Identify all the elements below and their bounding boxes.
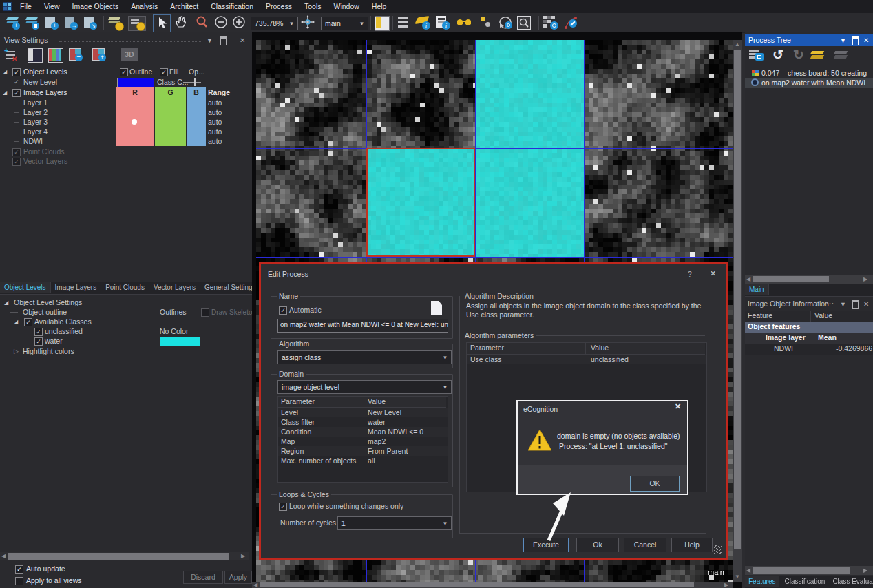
viewer-hscrollbar[interactable]: ◀ ▶ (252, 582, 733, 588)
rgb-layer-view-icon[interactable] (48, 48, 63, 63)
more-options-icon[interactable]: ··· (826, 300, 834, 306)
zoom-in-icon[interactable] (231, 14, 248, 31)
tab-general-settings[interactable]: General Settings (200, 282, 252, 293)
viewer-vscrollbar[interactable]: ▲ ▼ (733, 40, 742, 582)
range-value[interactable]: auto (208, 98, 222, 108)
range-value[interactable]: auto (208, 127, 222, 137)
feature-group-row[interactable]: Object features (745, 322, 873, 333)
chevron-down-icon[interactable]: ▼ (440, 518, 450, 529)
object-levels-checkbox[interactable]: ✓ (12, 68, 21, 76)
class-legend-icon[interactable] (456, 15, 474, 30)
image-info-icon[interactable]: i (416, 15, 432, 30)
scroll-down-icon[interactable]: ▼ (735, 574, 740, 580)
tab-classification[interactable]: Classification (779, 576, 830, 587)
menu-file[interactable]: File (14, 0, 38, 13)
map-select-combo[interactable]: main ▼ (321, 17, 368, 30)
scroll-right-icon[interactable]: ▶ (241, 553, 245, 560)
apply-all-views-checkbox[interactable] (15, 577, 23, 585)
scroll-right-icon[interactable]: ▶ (724, 582, 728, 588)
range-value[interactable]: auto (208, 107, 222, 118)
domain-row[interactable]: Condition Mean NDWI <= 0 (278, 427, 448, 437)
level-panel-hscrollbar[interactable]: ◀ ▶ (0, 552, 249, 560)
value-column-header[interactable]: Value (814, 311, 832, 319)
b-cell[interactable] (187, 107, 206, 118)
window-layout-icon[interactable] (375, 16, 390, 31)
single-layer-view-icon[interactable] (28, 48, 43, 63)
open-workspace-icon[interactable]: → (63, 16, 78, 30)
scroll-left-icon[interactable]: ◀ (746, 567, 750, 574)
process-tree-hscrollbar[interactable]: ◀ ▶ (745, 275, 873, 284)
process-name-input[interactable]: on map2 water with Mean NDWI <= 0 at New… (277, 319, 448, 333)
cycles-dropdown[interactable]: 1 ▼ (337, 516, 452, 530)
chevron-down-icon[interactable]: ▼ (840, 301, 846, 308)
new-workspace-icon[interactable]: + (44, 16, 59, 30)
tree-label[interactable]: Object Level Settings (14, 297, 82, 308)
b-cell[interactable] (187, 127, 206, 137)
chevron-down-icon[interactable]: ▼ (207, 37, 213, 44)
samples-icon[interactable] (478, 15, 493, 30)
vector-layers-checkbox[interactable]: ✓ (12, 158, 21, 166)
auto-update-checkbox[interactable]: ✓ (15, 565, 23, 574)
param-row[interactable]: Use class unclassified (467, 355, 706, 364)
pan-navigate-icon[interactable] (300, 14, 317, 31)
object-info-icon[interactable]: i (435, 15, 452, 30)
view-3d-button[interactable]: 3D (121, 48, 138, 61)
opacity-slider[interactable] (183, 82, 201, 83)
tree-label[interactable]: Object outline (23, 307, 67, 317)
domain-row[interactable]: Level New Level (278, 408, 448, 417)
point-clouds-checkbox[interactable]: ✓ (12, 148, 21, 156)
b-cell[interactable] (187, 136, 206, 146)
feature-column-header[interactable]: Feature (748, 311, 772, 319)
object-info-hscrollbar[interactable]: ◀ ▶ (745, 566, 873, 575)
feature-row[interactable]: NDWI -0.4269866 (745, 344, 873, 355)
cancel-button[interactable]: Cancel (624, 538, 666, 552)
pin-icon[interactable] (220, 36, 227, 47)
g-cell[interactable] (155, 136, 186, 146)
scroll-right-icon[interactable]: ▶ (863, 276, 867, 283)
menu-classification[interactable]: Classification (204, 0, 260, 13)
menu-process[interactable]: Process (260, 0, 298, 13)
domain-row[interactable]: Class filter water (278, 417, 448, 427)
tree-label[interactable]: unclassified (45, 326, 83, 337)
g-cell[interactable] (155, 117, 186, 127)
menu-architect[interactable]: Architect (164, 0, 204, 13)
add-layer-icon[interactable]: + (92, 48, 107, 61)
expander-icon[interactable]: ◢ (4, 297, 8, 308)
process-item[interactable]: 0.047 chess board: 50 creating (745, 68, 873, 78)
scroll-up-icon[interactable]: ▲ (735, 41, 740, 48)
chevron-down-icon[interactable]: ▼ (440, 381, 450, 392)
pin-icon[interactable] (852, 36, 859, 47)
active-layer-dot[interactable] (132, 119, 137, 125)
tab-main[interactable]: Main (745, 284, 769, 295)
pan-hand-icon[interactable] (173, 14, 190, 31)
layer-label[interactable]: Layer 3 (23, 117, 48, 127)
msgbox-close-icon[interactable]: ✕ (675, 402, 681, 411)
param-column-header[interactable]: Parameter (281, 397, 315, 406)
menu-help[interactable]: Help (366, 0, 393, 13)
process-lock-icon[interactable] (748, 48, 765, 63)
r-cell[interactable] (116, 107, 154, 118)
unclassified-checkbox[interactable]: ✓ (34, 328, 43, 336)
scroll-left-icon[interactable]: ◀ (253, 582, 257, 588)
vector-edit-icon[interactable] (563, 15, 580, 30)
close-icon[interactable]: ✕ (863, 300, 869, 308)
expander-icon[interactable]: ◢ (14, 317, 18, 327)
scroll-right-icon[interactable]: ▶ (863, 567, 867, 574)
image-object-info-titlebar[interactable]: Image Object Information ··· ▼ ✕ (745, 298, 873, 310)
tab-point-clouds[interactable]: Point Clouds (101, 282, 149, 293)
process-tree-titlebar[interactable]: Process Tree ▼ ✕ (745, 34, 873, 46)
pin-icon[interactable] (852, 300, 859, 311)
automatic-checkbox[interactable]: ✓ (279, 306, 287, 315)
document-icon[interactable] (431, 301, 442, 315)
range-value[interactable]: auto (208, 117, 222, 127)
domain-row[interactable]: Region From Parent (278, 446, 448, 456)
chevron-down-icon[interactable]: ▼ (440, 352, 450, 363)
r-cell[interactable] (116, 127, 154, 137)
close-icon[interactable]: ✕ (240, 36, 245, 44)
tree-label[interactable]: Available Classes (34, 317, 92, 327)
discard-button[interactable]: Discard (183, 571, 223, 584)
zoom-select-icon[interactable] (194, 14, 211, 31)
water-color-swatch[interactable] (160, 337, 200, 346)
resize-grip[interactable] (714, 545, 722, 554)
tree-label[interactable]: Image Layers (23, 87, 67, 98)
